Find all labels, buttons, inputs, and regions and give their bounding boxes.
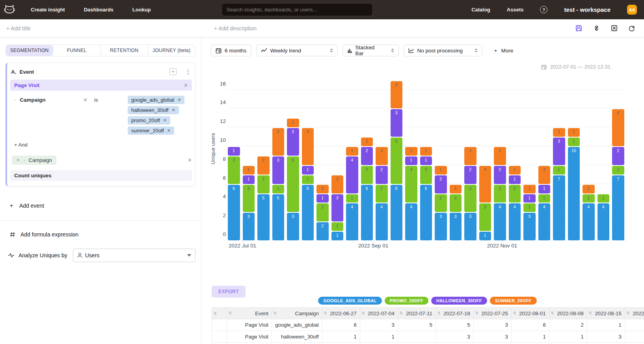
sort-icon[interactable]: ⇅: [475, 311, 478, 315]
export-button[interactable]: EXPORT: [212, 286, 246, 298]
legend-pill-google_ads_global[interactable]: GOOGLE_ADS_GLOBAL: [318, 297, 382, 305]
bar-segment-halloween_30off[interactable]: 3: [391, 109, 403, 137]
bar-segment-halloween_30off[interactable]: 3: [553, 138, 565, 165]
bar-segment-promo_20off[interactable]: 2: [316, 203, 329, 221]
bar-segment-promo_20off[interactable]: 1: [583, 194, 595, 203]
bar-segment-summer_20off[interactable]: 3: [391, 81, 403, 109]
bar-segment-google_ads_global[interactable]: 4: [376, 203, 388, 240]
selected-event[interactable]: Page Visit ✕: [10, 80, 192, 91]
bar-segment-halloween_30off[interactable]: 2: [376, 166, 388, 184]
bar-segment-summer_20off[interactable]: 2: [494, 147, 506, 165]
bar-segment-promo_20off[interactable]: 1: [538, 194, 551, 203]
bar-segment-halloween_30off[interactable]: 1: [405, 156, 417, 165]
chart-type-select[interactable]: Stacked Bar: [342, 45, 399, 56]
remove-value-icon[interactable]: ✕: [177, 97, 181, 102]
tab-funnel[interactable]: FUNNEL: [53, 45, 100, 56]
bar-segment-summer_20off[interactable]: 1: [346, 147, 358, 156]
bar-segment-halloween_30off[interactable]: 1: [302, 166, 314, 175]
bar-segment-google_ads_global[interactable]: 3: [243, 213, 255, 240]
filter-value-tag[interactable]: google_ads_global✕: [128, 96, 184, 104]
sort-icon[interactable]: ⇅: [324, 311, 327, 315]
add-and-condition[interactable]: + And: [10, 142, 192, 148]
bar-segment-summer_20off[interactable]: 1: [583, 185, 595, 193]
legend-pill-promo_20off[interactable]: PROMO_20OFF: [385, 297, 428, 305]
bar-segment-google_ads_global[interactable]: 4: [405, 203, 417, 240]
sort-icon[interactable]: ⇅: [400, 311, 403, 315]
nav-catalog[interactable]: Catalog: [471, 7, 490, 13]
tab-journey-beta-[interactable]: JOURNEY (beta): [148, 45, 195, 56]
remove-value-icon[interactable]: ✕: [171, 108, 175, 113]
bar-segment-halloween_30off[interactable]: 2: [612, 147, 624, 165]
legend-pill-halloween_30off[interactable]: HALLOWEEN_30OFF: [431, 297, 487, 305]
bar-segment-promo_20off[interactable]: 2: [494, 185, 506, 203]
bar-segment-google_ads_global[interactable]: 4: [509, 203, 521, 240]
breakdown-tag[interactable]: ✕ · Campaign: [12, 156, 56, 165]
bar-segment-halloween_30off[interactable]: 2: [494, 166, 506, 184]
nav-lookup[interactable]: Lookup: [132, 7, 151, 13]
filter-operator[interactable]: is: [94, 96, 107, 135]
bar-segment-halloween_30off[interactable]: 3: [331, 194, 344, 222]
bar-segment-google_ads_global[interactable]: 4: [346, 203, 358, 240]
column-header-2022-06-27[interactable]: ⇅2022-06-27: [322, 308, 360, 319]
add-formula-button[interactable]: Add formula expression: [6, 231, 195, 238]
remove-breakdown-row-icon[interactable]: ✕: [188, 157, 192, 163]
nav-assets[interactable]: Assets: [507, 7, 524, 13]
filter-property[interactable]: Campaign: [20, 97, 45, 103]
remove-value-icon[interactable]: ✕: [167, 128, 171, 133]
remove-event-icon[interactable]: ✕: [184, 82, 188, 88]
more-button[interactable]: + More: [494, 48, 514, 54]
column-header-2022-07-11[interactable]: ⇅2022-07-11: [398, 308, 436, 319]
bar-segment-summer_20off[interactable]: 1: [405, 147, 417, 156]
filter-value-tag[interactable]: promo_20off✕: [128, 116, 170, 125]
bar-segment-google_ads_global[interactable]: 6: [361, 185, 373, 240]
bar-segment-promo_20off[interactable]: 5: [391, 138, 403, 184]
bar-segment-promo_20off[interactable]: 1: [597, 194, 610, 203]
bar-segment-summer_20off[interactable]: 1: [523, 185, 536, 193]
user-avatar[interactable]: AA: [627, 5, 637, 15]
bar-segment-summer_20off[interactable]: 1: [420, 147, 432, 156]
post-processing-select[interactable]: No post processing: [404, 45, 482, 56]
bar-segment-promo_20off[interactable]: 2: [257, 175, 270, 193]
bar-segment-promo_20off[interactable]: 1: [523, 203, 536, 212]
bar-segment-promo_20off[interactable]: 2: [376, 185, 388, 203]
nav-dashboards[interactable]: Dashboards: [84, 7, 114, 13]
analyze-by-select[interactable]: Users: [73, 249, 195, 262]
refresh-icon[interactable]: [628, 24, 635, 32]
search-input[interactable]: [227, 7, 368, 13]
bar-segment-promo_20off[interactable]: 2: [361, 166, 373, 184]
bar-segment-summer_20off[interactable]: 2: [257, 156, 270, 175]
global-search[interactable]: [221, 3, 373, 16]
bar-segment-summer_20off[interactable]: 4: [302, 128, 314, 165]
bar-segment-summer_20off[interactable]: 1: [553, 128, 565, 137]
copy-link-icon[interactable]: [592, 24, 601, 32]
bar-segment-promo_20off[interactable]: 1: [272, 185, 285, 193]
bar-segment-promo_20off[interactable]: 1: [553, 166, 565, 175]
clear-close-icon[interactable]: [610, 24, 618, 32]
aggregation-selector[interactable]: Count uniques: [10, 170, 192, 181]
bar-segment-google_ads_global[interactable]: 3: [287, 213, 299, 240]
bar-segment-summer_20off[interactable]: 2: [464, 147, 476, 165]
column-header-2022-07-18[interactable]: ⇅2022-07-18: [436, 308, 473, 319]
bar-segment-google_ads_global[interactable]: 7: [553, 175, 565, 240]
sort-icon[interactable]: ⇅: [437, 311, 441, 315]
bar-segment-summer_20off[interactable]: 1: [316, 185, 329, 193]
sort-icon[interactable]: ⇅: [274, 311, 277, 315]
tab-segmentation[interactable]: SEGMENTATION: [6, 45, 53, 56]
sort-icon[interactable]: ⇅: [214, 311, 217, 316]
remove-value-icon[interactable]: ✕: [163, 118, 167, 123]
bar-segment-halloween_30off[interactable]: 1: [538, 185, 551, 193]
filter-value-tag[interactable]: halloween_30off✕: [128, 106, 179, 114]
bar-segment-promo_20off[interactable]: 1: [346, 194, 358, 203]
sort-icon[interactable]: ⇅: [513, 311, 516, 315]
sort-icon[interactable]: ⇅: [589, 311, 592, 315]
bar-segment-halloween_30off[interactable]: 1: [420, 156, 432, 165]
bar-segment-google_ads_global[interactable]: 3: [464, 213, 476, 240]
bar-segment-summer_20off[interactable]: 1: [450, 185, 462, 193]
bar-segment-summer_20off[interactable]: 1: [287, 119, 299, 127]
bar-segment-summer_20off[interactable]: 2: [331, 175, 344, 193]
column-header-index[interactable]: ⇅: [212, 308, 227, 319]
bar-segment-summer_20off[interactable]: 1: [361, 138, 373, 146]
filter-value-tag[interactable]: summer_20off✕: [128, 126, 174, 135]
event-menu-icon[interactable]: ⋮: [185, 68, 191, 75]
remove-breakdown-icon[interactable]: ✕: [16, 158, 20, 163]
